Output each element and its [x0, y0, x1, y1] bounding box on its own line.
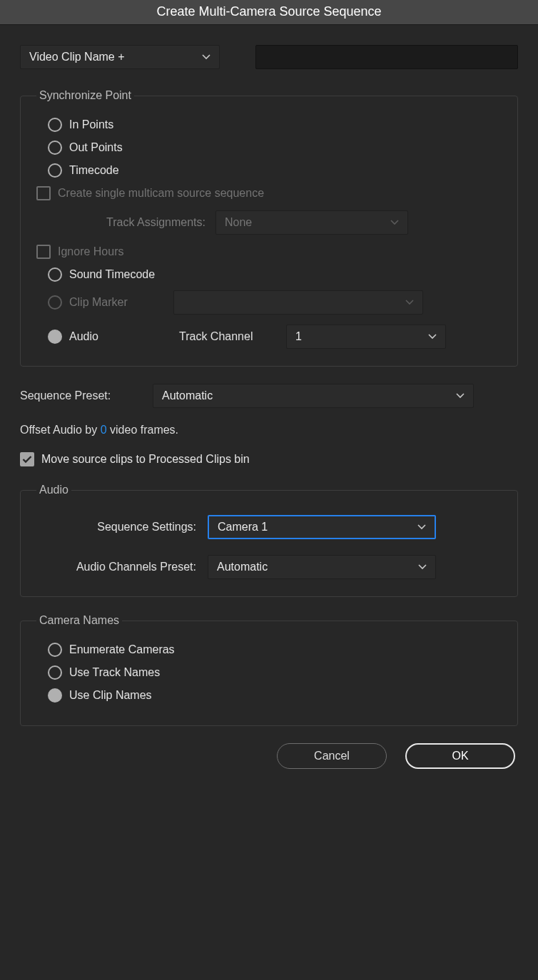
camera-names-legend: Camera Names: [36, 614, 122, 627]
label-use-track-names: Use Track Names: [69, 666, 160, 679]
chevron-down-icon: [202, 54, 210, 60]
name-suffix-input[interactable]: [255, 45, 518, 69]
track-assignments-value: None: [225, 216, 252, 229]
radio-audio[interactable]: [48, 330, 62, 344]
chevron-down-icon: [405, 300, 414, 305]
dialog-title: Create Multi-Camera Source Sequence: [0, 0, 538, 25]
radio-enumerate-cameras[interactable]: [48, 643, 62, 657]
name-mode-value: Video Clip Name +: [29, 51, 125, 63]
audio-group: Audio Sequence Settings: Camera 1 Audio …: [20, 484, 518, 597]
label-sequence-preset: Sequence Preset:: [20, 389, 141, 402]
radio-use-track-names[interactable]: [48, 665, 62, 680]
sequence-settings-value: Camera 1: [218, 521, 268, 534]
channels-preset-value: Automatic: [217, 561, 268, 573]
label-track-channel: Track Channel: [179, 330, 286, 343]
track-channel-value: 1: [295, 330, 302, 343]
checkbox-move-clips[interactable]: [20, 452, 34, 466]
label-use-clip-names: Use Clip Names: [69, 689, 152, 702]
label-move-clips: Move source clips to Processed Clips bin: [41, 453, 250, 466]
chevron-down-icon: [456, 393, 465, 399]
dialog-content: Video Clip Name + Synchronize Point In P…: [0, 25, 538, 783]
name-mode-dropdown[interactable]: Video Clip Name +: [20, 45, 220, 69]
offset-prefix: Offset Audio by: [20, 424, 101, 436]
offset-value[interactable]: 0: [101, 424, 107, 436]
cancel-button[interactable]: Cancel: [277, 743, 387, 769]
radio-timecode[interactable]: [48, 163, 62, 178]
radio-in-points[interactable]: [48, 118, 62, 132]
sequence-settings-dropdown[interactable]: Camera 1: [208, 515, 436, 539]
synchronize-point-group: Synchronize Point In Points Out Points T…: [20, 89, 518, 367]
radio-use-clip-names[interactable]: [48, 688, 62, 703]
track-channel-dropdown[interactable]: 1: [286, 325, 446, 349]
label-track-assignments: Track Assignments:: [106, 216, 205, 229]
label-sequence-settings: Sequence Settings:: [36, 521, 208, 534]
chevron-down-icon: [428, 334, 437, 340]
label-in-points: In Points: [69, 118, 113, 131]
radio-clip-marker: [48, 295, 62, 310]
offset-suffix: video frames.: [107, 424, 178, 436]
chevron-down-icon: [390, 220, 399, 225]
sequence-preset-value: Automatic: [162, 389, 213, 402]
label-enumerate-cameras: Enumerate Cameras: [69, 643, 175, 656]
checkbox-ignore-hours: [36, 245, 51, 259]
ok-button[interactable]: OK: [405, 743, 515, 769]
checkbox-create-single: [36, 186, 51, 200]
audio-legend: Audio: [36, 484, 71, 496]
label-create-single: Create single multicam source sequence: [58, 187, 264, 200]
label-audio: Audio: [69, 330, 153, 343]
chevron-down-icon: [417, 524, 426, 530]
track-assignments-dropdown: None: [215, 210, 408, 235]
label-clip-marker: Clip Marker: [69, 296, 148, 309]
clip-marker-dropdown: [173, 290, 423, 315]
chevron-down-icon: [418, 564, 427, 570]
label-ignore-hours: Ignore Hours: [58, 245, 124, 258]
label-channels-preset: Audio Channels Preset:: [36, 561, 208, 573]
channels-preset-dropdown[interactable]: Automatic: [208, 555, 436, 579]
camera-names-group: Camera Names Enumerate Cameras Use Track…: [20, 614, 518, 726]
label-sound-timecode: Sound Timecode: [69, 268, 155, 281]
offset-audio-row: Offset Audio by 0 video frames.: [20, 424, 518, 437]
synchronize-point-legend: Synchronize Point: [36, 89, 134, 102]
label-out-points: Out Points: [69, 141, 123, 154]
label-timecode: Timecode: [69, 164, 119, 177]
sequence-preset-dropdown[interactable]: Automatic: [153, 384, 474, 408]
radio-sound-timecode[interactable]: [48, 267, 62, 282]
radio-out-points[interactable]: [48, 141, 62, 155]
